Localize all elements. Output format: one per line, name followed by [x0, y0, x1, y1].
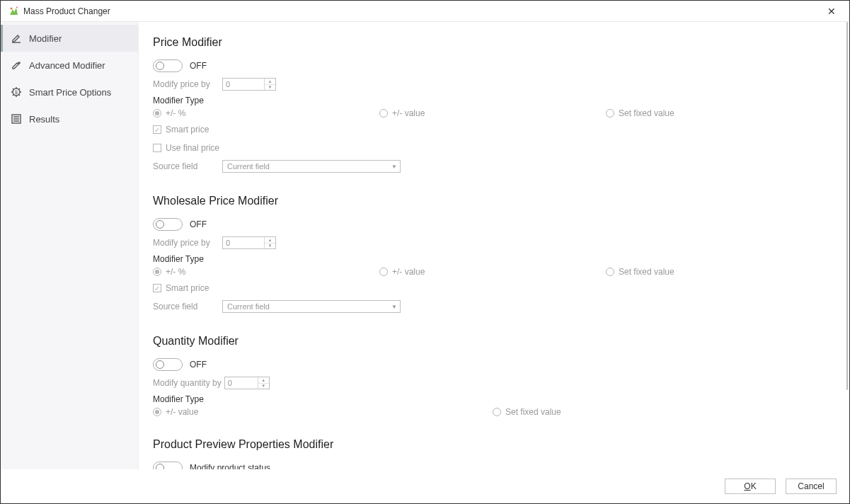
modify-quantity-input[interactable]: ▲▼	[224, 377, 270, 389]
chevron-down-icon: ▼	[391, 164, 397, 170]
sidebar-item-results[interactable]: Results	[1, 105, 138, 132]
toggle-knob	[156, 360, 164, 369]
spin-up-icon[interactable]: ▲	[265, 237, 275, 244]
source-field-select[interactable]: Current field ▼	[222, 160, 401, 173]
spinner[interactable]: ▲▼	[258, 377, 269, 389]
section-heading: Product Preview Properties Modifier	[153, 438, 835, 451]
chevron-down-icon: ▼	[391, 304, 397, 310]
smart-price-checkbox[interactable]: ✓	[153, 284, 161, 292]
sidebar: Modifier Advanced Modifier $ Smart Price…	[1, 22, 139, 469]
sidebar-item-label: Advanced Modifier	[29, 60, 105, 71]
footer: OK Cancel	[1, 469, 849, 503]
toggle-label: OFF	[190, 360, 207, 370]
list-icon	[11, 113, 22, 125]
spin-up-icon[interactable]: ▲	[265, 79, 275, 85]
modifier-type-label: Modifier Type	[153, 96, 835, 105]
radio-plus-minus-percent[interactable]: +/- %	[153, 108, 379, 118]
modifier-type-label: Modifier Type	[153, 394, 835, 404]
titlebar: Mass Product Changer ✕	[1, 1, 849, 22]
spin-down-icon[interactable]: ▼	[265, 85, 275, 91]
radio-icon	[606, 109, 614, 118]
radio-icon	[153, 109, 161, 118]
toggle-label: Modify product status	[190, 463, 270, 469]
modifier-type-label: Modifier Type	[153, 254, 835, 264]
select-value: Current field	[227, 162, 270, 171]
modify-quantity-label: Modify quantity by	[153, 378, 222, 388]
section-price-modifier: Price Modifier OFF Modify price by ▲▼ Mo…	[153, 36, 835, 173]
select-value: Current field	[227, 302, 270, 311]
close-icon: ✕	[827, 6, 836, 17]
sidebar-item-smart-price[interactable]: $ Smart Price Options	[1, 79, 138, 105]
wholesale-toggle[interactable]	[153, 218, 183, 231]
toggle-label: OFF	[190, 61, 207, 71]
section-quantity-modifier: Quantity Modifier OFF Modify quantity by…	[153, 335, 835, 417]
ok-button[interactable]: OK	[725, 479, 776, 494]
window: Mass Product Changer ✕ Modifier Advanced…	[0, 0, 850, 504]
radio-icon	[153, 268, 161, 276]
use-final-price-label: Use final price	[166, 143, 219, 153]
svg-text:$: $	[15, 90, 18, 95]
quantity-type-radio-group: +/- value Set fixed value	[153, 407, 835, 417]
modify-price-input[interactable]: ▲▼	[222, 78, 276, 91]
spinner[interactable]: ▲▼	[264, 79, 275, 90]
section-heading: Quantity Modifier	[153, 335, 835, 348]
source-field-label: Source field	[153, 161, 222, 171]
smart-price-label: Smart price	[166, 125, 209, 134]
radio-plus-minus-value[interactable]: +/- value	[379, 267, 606, 277]
scrollbar[interactable]	[846, 22, 848, 390]
section-wholesale-modifier: Wholesale Price Modifier OFF Modify pric…	[153, 195, 835, 314]
quantity-toggle[interactable]	[153, 358, 183, 371]
radio-plus-minus-value[interactable]: +/- value	[153, 407, 493, 417]
price-toggle[interactable]	[153, 59, 183, 72]
radio-icon	[379, 109, 388, 118]
modify-price-value[interactable]	[223, 237, 263, 248]
section-heading: Wholesale Price Modifier	[153, 195, 835, 207]
spin-up-icon[interactable]: ▲	[258, 377, 269, 384]
gear-dollar-icon: $	[11, 86, 22, 98]
modify-price-input[interactable]: ▲▼	[222, 236, 276, 249]
radio-set-fixed-value[interactable]: Set fixed value	[606, 108, 674, 118]
close-button[interactable]: ✕	[821, 1, 842, 22]
window-title: Mass Product Changer	[23, 6, 110, 16]
modify-price-label: Modify price by	[153, 238, 222, 248]
smart-price-checkbox[interactable]: ✓	[153, 125, 161, 134]
edit-icon	[11, 33, 22, 44]
sidebar-item-label: Modifier	[29, 33, 62, 44]
toggle-knob	[156, 220, 164, 229]
edit-plus-icon	[11, 59, 22, 71]
source-field-label: Source field	[153, 302, 222, 311]
content-area: Price Modifier OFF Modify price by ▲▼ Mo…	[139, 22, 849, 469]
cancel-button[interactable]: Cancel	[786, 479, 837, 494]
radio-plus-minus-value[interactable]: +/- value	[379, 108, 606, 118]
radio-icon	[379, 268, 388, 276]
spin-down-icon[interactable]: ▼	[265, 244, 275, 249]
use-final-price-checkbox[interactable]	[153, 144, 161, 152]
price-type-radio-group: +/- % +/- value Set fixed value	[153, 108, 835, 118]
modify-quantity-value[interactable]	[225, 377, 256, 389]
section-product-preview: Product Preview Properties Modifier Modi…	[153, 438, 835, 469]
spin-down-icon[interactable]: ▼	[258, 384, 269, 389]
wholesale-type-radio-group: +/- % +/- value Set fixed value	[153, 267, 835, 277]
radio-icon	[153, 408, 161, 416]
svg-point-0	[11, 7, 13, 9]
section-heading: Price Modifier	[153, 36, 835, 49]
modify-price-value[interactable]	[223, 79, 263, 90]
sidebar-item-label: Smart Price Options	[29, 87, 111, 98]
body: Modifier Advanced Modifier $ Smart Price…	[1, 22, 849, 469]
toggle-knob	[156, 62, 164, 70]
spinner[interactable]: ▲▼	[264, 237, 275, 248]
sidebar-item-advanced-modifier[interactable]: Advanced Modifier	[1, 52, 138, 79]
radio-icon	[606, 268, 614, 276]
source-field-select[interactable]: Current field ▼	[222, 300, 401, 313]
radio-set-fixed-value[interactable]: Set fixed value	[606, 267, 674, 277]
radio-icon	[493, 408, 501, 416]
toggle-label: OFF	[190, 219, 207, 229]
sidebar-item-modifier[interactable]: Modifier	[1, 25, 138, 52]
sidebar-item-label: Results	[29, 114, 59, 125]
radio-plus-minus-percent[interactable]: +/- %	[153, 267, 379, 277]
product-status-toggle[interactable]	[153, 462, 183, 469]
modify-price-label: Modify price by	[153, 79, 222, 89]
smart-price-label: Smart price	[166, 283, 209, 293]
radio-set-fixed-value[interactable]: Set fixed value	[493, 407, 561, 417]
app-icon	[8, 6, 19, 17]
